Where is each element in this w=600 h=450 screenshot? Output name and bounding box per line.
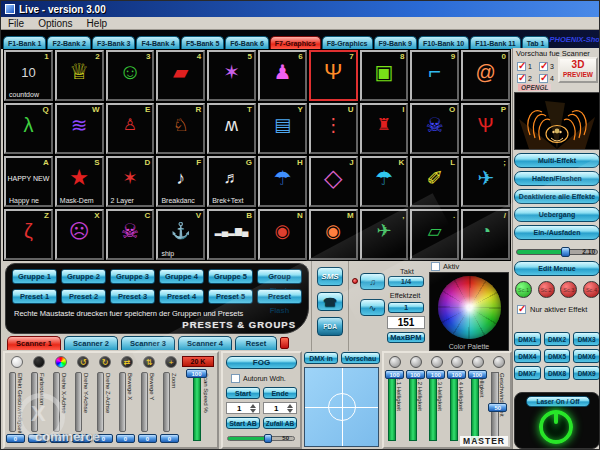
preset-button-4[interactable]: Preset 4 [159, 289, 204, 304]
dmx-button-9[interactable]: DMX9 [573, 366, 600, 380]
slider-track[interactable] [75, 372, 82, 432]
grid-cell-H[interactable]: H☂ [258, 156, 307, 207]
dmx-button-2[interactable]: DMX2 [544, 332, 571, 346]
sc-round-button-2[interactable]: Sc.2 [538, 281, 555, 298]
master-knob-icon-3[interactable] [431, 356, 443, 368]
slider-handle[interactable]: 0 [28, 434, 47, 443]
master-slider-handle[interactable]: 100 [447, 370, 466, 379]
autorun-checkbox[interactable] [231, 374, 240, 383]
preset-button-2[interactable]: Preset 2 [61, 289, 106, 304]
sc-round-button-1[interactable]: Sc.1 [515, 281, 532, 298]
red-alert-icon[interactable] [280, 337, 289, 349]
grid-cell-J[interactable]: J◇ [309, 156, 358, 207]
master-slider-handle[interactable]: 100 [426, 370, 445, 379]
start-ab-button[interactable]: Start AB [226, 417, 260, 429]
grid-cell-5[interactable]: 5✶ [207, 50, 256, 101]
slider-handle[interactable]: 0 [116, 434, 135, 443]
gruppe-button-5[interactable]: Gruppe 5 [208, 269, 253, 284]
dmx-button-6[interactable]: DMX6 [573, 349, 600, 363]
grid-cell-E[interactable]: E♙ [106, 103, 155, 154]
slider-track[interactable] [31, 372, 38, 432]
grid-cell-,[interactable]: ,✈ [360, 209, 409, 260]
grid-cell-U[interactable]: U⋮ [309, 103, 358, 154]
slider-handle[interactable]: 0 [160, 434, 179, 443]
pda-button[interactable]: PDA [317, 317, 343, 336]
grid-cell-1[interactable]: 110countdow [4, 50, 53, 101]
dmx-button-1[interactable]: DMX1 [514, 332, 541, 346]
grid-cell-L[interactable]: L✐ [410, 156, 459, 207]
gruppe-button-1[interactable]: Gruppe 1 [12, 269, 57, 284]
grid-cell-F[interactable]: F♪Breakdanc [156, 156, 205, 207]
master-slider-track[interactable] [450, 372, 458, 441]
tap-bpm-button[interactable]: ♫ [360, 273, 385, 290]
slider-track[interactable] [119, 372, 126, 432]
grid-cell-T[interactable]: Tʍ [207, 103, 256, 154]
side-button-1[interactable]: Multi-Effekt [514, 153, 600, 168]
dmx-button-3[interactable]: DMX3 [573, 332, 600, 346]
fog-slider[interactable]: 50 [227, 434, 295, 443]
side-button-3[interactable]: Deaktiviere alle Effekte [514, 189, 600, 204]
tab-10[interactable]: F10-Bank 10 [418, 36, 469, 49]
vorschau-button[interactable]: Vorschau [341, 352, 380, 364]
grid-cell-;[interactable]: ;✈ [461, 156, 510, 207]
grid-cell-I[interactable]: I♜ [360, 103, 409, 154]
slider-handle[interactable]: 0 [94, 434, 113, 443]
xy-pad[interactable] [304, 367, 379, 447]
gruppe-button-2[interactable]: Gruppe 2 [61, 269, 106, 284]
preset-button-3[interactable]: Preset 3 [110, 289, 155, 304]
spinner-arrows-icon[interactable] [287, 404, 295, 413]
grid-cell-Y[interactable]: Y▤ [258, 103, 307, 154]
grid-cell-W[interactable]: W≋ [55, 103, 104, 154]
slider-track[interactable] [163, 372, 170, 432]
scanner-tab-2[interactable]: Scanner 2 [64, 336, 118, 350]
grid-cell-R[interactable]: R♘ [156, 103, 205, 154]
scanner-checkbox-3[interactable] [539, 62, 548, 71]
dmx-in-button[interactable]: DMX in [304, 352, 338, 364]
preset-button-5[interactable]: Preset 5 [208, 289, 253, 304]
aktiv-checkbox[interactable] [431, 262, 440, 271]
tab-2[interactable]: F2-Bank 2 [47, 36, 90, 49]
tab-1[interactable]: F1-Bank 1 [3, 36, 46, 49]
slider-handle[interactable]: 0 [6, 434, 25, 443]
menu-options[interactable]: Options [31, 18, 79, 29]
ende-spinner[interactable]: 1 [263, 402, 297, 414]
phone-icon[interactable]: ☎ [317, 292, 343, 311]
scanner-checkbox-1[interactable] [517, 62, 526, 71]
start-button[interactable]: Start [226, 387, 260, 399]
sms-button[interactable]: SMS [317, 267, 343, 286]
menu-help[interactable]: Help [80, 18, 115, 29]
knob-icon-2[interactable] [33, 356, 45, 368]
tab-3[interactable]: F3-Bank 3 [92, 36, 135, 49]
bpm-sync-button[interactable]: ∿ [360, 299, 385, 316]
nur-aktiver-checkbox[interactable] [517, 305, 526, 314]
scanner-checkbox-2[interactable] [517, 74, 526, 83]
sc-round-button-3[interactable]: Sc.3 [560, 281, 577, 298]
edit-menue-button[interactable]: Edit Menue [514, 261, 600, 276]
slider-handle[interactable]: 0 [50, 434, 69, 443]
fog-slider-handle[interactable] [264, 434, 272, 443]
maxbpm-button[interactable]: MaxBPM [387, 332, 425, 343]
tab-5[interactable]: F5-Bank 5 [181, 36, 224, 49]
grid-cell-Z[interactable]: Zζ [4, 209, 53, 260]
scanner-tab-5[interactable]: Reset [235, 336, 277, 350]
tab-9[interactable]: F9-Bank 9 [374, 36, 417, 49]
slider-track[interactable] [53, 372, 60, 432]
grid-cell-N[interactable]: N◉ [258, 209, 307, 260]
grid-cell-S[interactable]: S★Mask-Dem [55, 156, 104, 207]
master-slider-track[interactable] [388, 372, 396, 441]
scanner-checkbox-4[interactable] [539, 74, 548, 83]
grid-cell-7[interactable]: 7Ψ [309, 50, 358, 101]
master-slider-handle[interactable]: 100 [385, 370, 404, 379]
grid-cell-A[interactable]: AHAPPY NEWHappy ne [4, 156, 53, 207]
group-flash-button[interactable]: Group Flash [257, 269, 302, 284]
zufall-ab-button[interactable]: Zufall AB [263, 417, 297, 429]
sc-round-button-4[interactable]: Sc.4 [583, 281, 600, 298]
side-button-4[interactable]: Uebergang [514, 207, 600, 222]
master-slider-track[interactable] [471, 372, 479, 441]
slider-handle[interactable]: 0 [138, 434, 157, 443]
preview-3d-button[interactable]: 3D PREVIEW [558, 57, 598, 83]
dmx-button-5[interactable]: DMX5 [544, 349, 571, 363]
dmx-button-7[interactable]: DMX7 [514, 366, 541, 380]
scanner-tab-4[interactable]: Scanner 4 [178, 336, 232, 350]
grid-cell-/[interactable]: /◔ [461, 209, 510, 260]
